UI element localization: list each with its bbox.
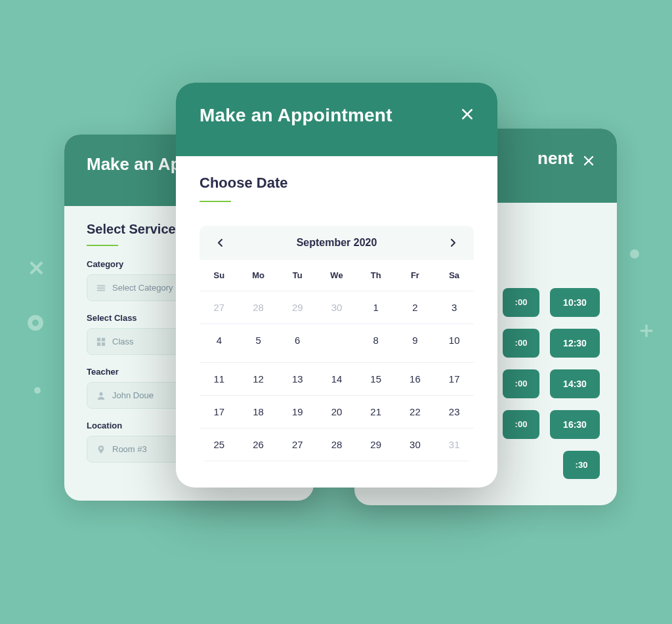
- calendar-day[interactable]: 7: [317, 324, 356, 362]
- svg-rect-2: [97, 289, 105, 291]
- calendar-day[interactable]: 18: [239, 396, 278, 428]
- calendar-day[interactable]: 8: [356, 324, 396, 362]
- time-slot[interactable]: :00: [503, 329, 539, 358]
- calendar-day[interactable]: 15: [356, 363, 396, 395]
- calendar-day: 30: [317, 291, 356, 323]
- calendar-day[interactable]: 4: [200, 324, 239, 362]
- calendar-day[interactable]: 10: [434, 324, 474, 362]
- field-value: Select Category: [112, 283, 173, 293]
- calendar-day: 28: [239, 291, 278, 323]
- next-month-button[interactable]: [446, 236, 459, 249]
- calendar-day[interactable]: 22: [396, 396, 435, 428]
- calendar-day[interactable]: 17: [200, 396, 239, 428]
- calendar-day[interactable]: 19: [278, 396, 317, 428]
- calendar-day-header: We: [317, 260, 356, 291]
- calendar-day[interactable]: 14: [317, 363, 356, 395]
- svg-point-7: [99, 392, 102, 395]
- svg-rect-0: [97, 285, 105, 286]
- time-slot[interactable]: :00: [503, 288, 539, 317]
- calendar-day-header: Th: [356, 260, 396, 291]
- prev-month-button[interactable]: [214, 236, 227, 249]
- calendar-header: September 2020: [200, 226, 474, 260]
- bg-decoration-dot-icon: [34, 387, 41, 394]
- bg-decoration-dot-icon: [630, 249, 639, 259]
- list-icon: [96, 283, 106, 293]
- calendar-day-header: Sa: [434, 260, 474, 291]
- calendar-day[interactable]: 16: [396, 363, 435, 395]
- field-value: Class: [112, 337, 134, 346]
- calendar-grid: SuMoTuWeThFrSa 2728293012345678910111213…: [200, 260, 474, 461]
- card-choose-date: Make an Appointment Choose Date Septembe…: [176, 83, 497, 488]
- calendar-day[interactable]: 6: [278, 324, 317, 362]
- calendar-day[interactable]: 27: [278, 428, 317, 461]
- time-slot[interactable]: :00: [503, 410, 539, 439]
- time-slot[interactable]: 12:30: [550, 329, 600, 358]
- svg-rect-1: [97, 287, 105, 289]
- calendar-day[interactable]: 2: [396, 291, 435, 323]
- calendar-day[interactable]: 9: [396, 324, 435, 362]
- calendar-day[interactable]: 21: [356, 396, 396, 428]
- calendar-day: 29: [278, 291, 317, 323]
- close-icon: [461, 108, 474, 121]
- svg-rect-3: [97, 337, 100, 341]
- calendar-day: 31: [434, 428, 474, 461]
- bg-decoration-ring-icon: [28, 315, 43, 331]
- close-icon: [583, 155, 595, 167]
- card-header: Make an Appointment: [176, 83, 497, 156]
- calendar-day-header: Fr: [396, 260, 435, 291]
- svg-rect-5: [97, 342, 100, 345]
- calendar-day[interactable]: 12: [239, 363, 278, 395]
- calendar-day[interactable]: 1: [356, 291, 396, 323]
- calendar-day[interactable]: 29: [356, 428, 396, 461]
- time-slot[interactable]: :00: [503, 369, 539, 398]
- calendar-day[interactable]: 5: [239, 324, 278, 362]
- card-title: Make an Appointment: [200, 105, 392, 126]
- calendar-month-label: September 2020: [297, 237, 377, 249]
- section-title: Choose Date: [200, 175, 474, 192]
- close-button[interactable]: [461, 105, 474, 123]
- time-slot[interactable]: 14:30: [550, 369, 600, 398]
- calendar-day[interactable]: 28: [317, 428, 356, 461]
- calendar-day[interactable]: 25: [200, 428, 239, 461]
- calendar-day[interactable]: 11: [200, 363, 239, 395]
- user-icon: [96, 391, 106, 400]
- pin-icon: [96, 445, 106, 454]
- calendar-day-header: Su: [200, 260, 239, 291]
- bg-decoration-plus-icon: ＋: [635, 315, 658, 345]
- calendar-day: 27: [200, 291, 239, 323]
- calendar-day[interactable]: 17: [434, 363, 474, 395]
- field-value: John Doue: [112, 390, 154, 400]
- calendar-day-header: Mo: [239, 260, 278, 291]
- grid-icon: [96, 337, 106, 346]
- chevron-left-icon: [216, 238, 225, 247]
- calendar-day[interactable]: 30: [396, 428, 435, 461]
- field-value: Room #3: [112, 444, 147, 454]
- calendar-day[interactable]: 20: [317, 396, 356, 428]
- calendar-day[interactable]: 23: [434, 396, 474, 428]
- calendar: September 2020 SuMoTuWeThFrSa 2728293012…: [200, 226, 474, 461]
- svg-point-8: [100, 447, 102, 449]
- card-title-fragment: Make an Ap: [87, 154, 181, 174]
- chevron-right-icon: [448, 238, 457, 247]
- calendar-day[interactable]: 13: [278, 363, 317, 395]
- time-slot[interactable]: :30: [563, 451, 600, 479]
- calendar-day[interactable]: 3: [434, 291, 474, 323]
- card-title-fragment: nent: [537, 148, 574, 169]
- calendar-day[interactable]: 26: [239, 428, 278, 461]
- bg-decoration-x-icon: ✕: [28, 256, 45, 281]
- svg-rect-6: [102, 342, 105, 345]
- close-button[interactable]: [583, 148, 595, 171]
- time-slot[interactable]: 10:30: [550, 288, 600, 317]
- time-slot[interactable]: 16:30: [550, 410, 600, 439]
- calendar-day-header: Tu: [278, 260, 317, 291]
- svg-rect-4: [102, 337, 105, 341]
- section-underline: [87, 245, 118, 246]
- section-underline: [200, 201, 231, 202]
